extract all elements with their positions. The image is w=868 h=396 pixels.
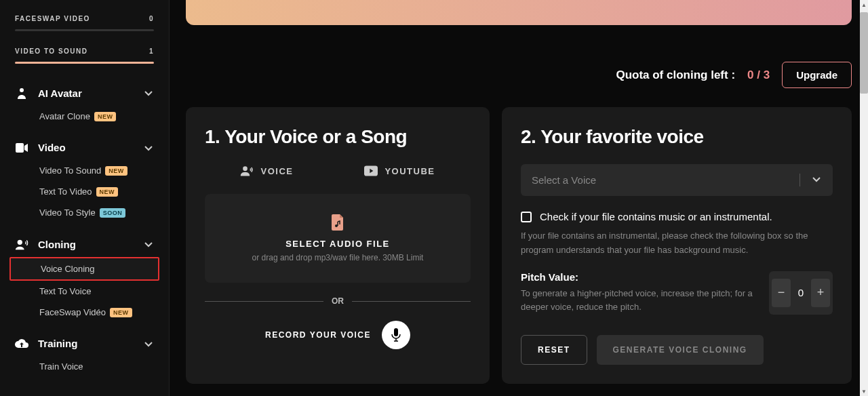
tab-youtube[interactable]: YOUTUBE xyxy=(364,164,435,178)
record-button[interactable] xyxy=(382,321,410,349)
nav-section-header[interactable]: AI Avatar xyxy=(0,80,169,106)
nav-item[interactable]: Voice Cloning xyxy=(9,257,159,281)
svg-rect-1 xyxy=(16,143,24,153)
svg-point-3 xyxy=(243,166,248,171)
generate-button[interactable]: GENERATE VOICE CLONING xyxy=(597,335,764,365)
step1-title: 1. Your Voice or a Song xyxy=(205,126,471,148)
pitch-hint: To generate a higher-pitched voice, incr… xyxy=(521,287,755,315)
nav-section-header[interactable]: Video xyxy=(0,135,169,160)
pitch-stepper: − 0 + xyxy=(769,271,833,315)
svg-point-0 xyxy=(20,88,24,92)
nav-item[interactable]: Text To Voice xyxy=(0,281,169,302)
microphone-icon xyxy=(391,328,401,342)
file-audio-icon xyxy=(218,214,457,233)
scroll-down-icon[interactable]: ▼ xyxy=(860,387,868,396)
music-checkbox[interactable] xyxy=(521,212,532,222)
pitch-minus-button[interactable]: − xyxy=(772,279,791,307)
nav-item[interactable]: Text To VideoNEW xyxy=(0,181,169,202)
quota-row: Quota of cloning left : 0 / 3 Upgrade xyxy=(186,62,852,88)
pitch-label: Pitch Value: xyxy=(521,271,755,283)
progress-label: FACESWAP VIDEO xyxy=(15,15,90,22)
nav-section-header[interactable]: Training xyxy=(0,331,169,356)
chevron-down-icon xyxy=(143,142,154,153)
badge: NEW xyxy=(96,187,119,197)
step2-title: 2. Your favorite voice xyxy=(521,126,833,148)
nav-section-label: Video xyxy=(38,142,143,153)
sidebar: FACESWAP VIDEO0VIDEO TO SOUND1 AI Avatar… xyxy=(0,0,170,396)
progress-label: VIDEO TO SOUND xyxy=(15,47,88,55)
step1-panel: 1. Your Voice or a Song VOICE YOUTUBE SE… xyxy=(186,107,490,384)
progress-bar xyxy=(15,29,154,31)
badge: NEW xyxy=(105,166,127,176)
voice-icon xyxy=(15,238,28,250)
chevron-down-icon xyxy=(143,338,154,349)
hero-banner xyxy=(186,0,852,25)
tab-voice-label: VOICE xyxy=(260,166,293,176)
nav-section-header[interactable]: Cloning xyxy=(0,231,169,257)
nav-item-label: Text To Voice xyxy=(39,286,91,296)
youtube-icon xyxy=(364,165,378,176)
nav-item[interactable]: Train Voice xyxy=(0,356,169,377)
cloud-up-icon xyxy=(15,338,28,349)
tab-voice[interactable]: VOICE xyxy=(240,164,293,178)
video-icon xyxy=(15,143,28,153)
progress-bar xyxy=(15,62,154,64)
nav-item[interactable]: Video To StyleSOON xyxy=(0,202,169,223)
svg-point-2 xyxy=(18,240,22,245)
voice-select[interactable]: Select a Voice xyxy=(521,164,833,196)
chevron-down-icon xyxy=(143,87,154,98)
record-label: RECORD YOUR VOICE xyxy=(265,330,371,340)
svg-rect-6 xyxy=(394,328,398,336)
step2-panel: 2. Your favorite voice Select a Voice Ch… xyxy=(502,107,852,384)
progress-count: 0 xyxy=(149,15,154,22)
voice-select-placeholder: Select a Voice xyxy=(532,174,596,186)
quota-label: Quota of cloning left : xyxy=(616,68,735,82)
nav-item-label: Voice Cloning xyxy=(41,264,95,274)
scroll-up-icon[interactable]: ▲ xyxy=(860,0,868,9)
badge: NEW xyxy=(110,308,132,317)
chevron-down-icon xyxy=(800,174,822,186)
nav-item-label: Video To Style xyxy=(39,207,96,218)
nav-item-label: FaceSwap Vidéo xyxy=(39,307,106,317)
progress-item: VIDEO TO SOUND1 xyxy=(0,39,169,72)
badge: NEW xyxy=(94,112,117,121)
music-checkbox-label: Check if your file contains music or an … xyxy=(540,211,772,222)
chevron-down-icon xyxy=(143,239,154,250)
pitch-plus-button[interactable]: + xyxy=(811,279,830,307)
dropzone-hint: or drag and drop mp3/wav file here. 30MB… xyxy=(218,253,457,262)
scrollbar-thumb[interactable] xyxy=(860,12,868,94)
nav-item-label: Avatar Clone xyxy=(39,111,90,121)
nav-item-label: Text To Video xyxy=(39,186,92,197)
quota-value: 0 / 3 xyxy=(747,68,770,82)
nav-section-label: Cloning xyxy=(38,239,143,250)
music-checkbox-hint: If your file contains an instrumental, p… xyxy=(521,229,833,258)
person-icon xyxy=(15,87,28,99)
audio-dropzone[interactable]: SELECT AUDIO FILE or drag and drop mp3/w… xyxy=(205,194,471,283)
nav-item[interactable]: Video To SoundNEW xyxy=(0,160,169,181)
main-content: Quota of cloning left : 0 / 3 Upgrade 1.… xyxy=(170,0,868,396)
nav-section-label: AI Avatar xyxy=(38,87,143,99)
progress-item: FACESWAP VIDEO0 xyxy=(0,7,169,39)
nav-item[interactable]: Avatar CloneNEW xyxy=(0,106,169,127)
nav-item-label: Train Voice xyxy=(39,361,83,372)
pitch-value: 0 xyxy=(791,287,811,298)
upgrade-button[interactable]: Upgrade xyxy=(782,62,852,88)
badge: SOON xyxy=(100,208,126,218)
dropzone-title: SELECT AUDIO FILE xyxy=(218,239,457,249)
reset-button[interactable]: RESET xyxy=(521,335,587,365)
nav-item-label: Video To Sound xyxy=(39,165,101,176)
voice-icon xyxy=(240,164,254,178)
nav-section-label: Training xyxy=(38,338,143,349)
nav-item[interactable]: FaceSwap VidéoNEW xyxy=(0,302,169,323)
progress-count: 1 xyxy=(149,47,154,55)
or-divider: OR xyxy=(205,296,471,306)
scrollbar[interactable]: ▲ ▼ xyxy=(860,0,868,396)
tab-youtube-label: YOUTUBE xyxy=(384,166,435,176)
